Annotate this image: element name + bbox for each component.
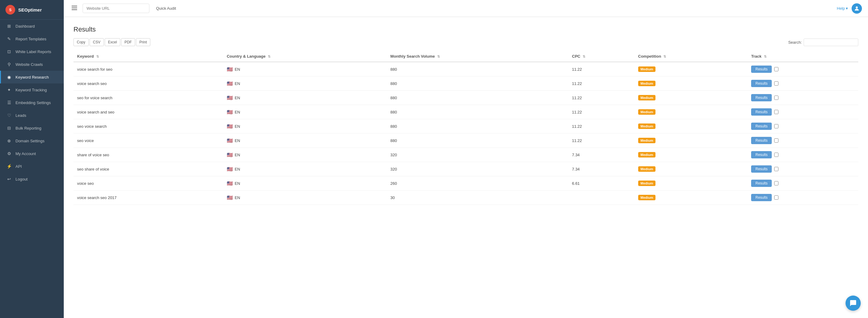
cpc-cell: 11.22	[568, 133, 634, 148]
track-checkbox[interactable]	[774, 67, 778, 71]
track-checkbox[interactable]	[774, 81, 778, 86]
leads-icon: ♡	[6, 113, 12, 118]
logout-icon: ↩	[6, 177, 12, 182]
col-header-keyword[interactable]: Keyword ⇅	[73, 51, 223, 62]
white-label-reports-icon: ⊡	[6, 49, 12, 54]
competition-badge: Medium	[638, 124, 656, 129]
keyword-research-icon: ◉	[6, 75, 12, 80]
export-copy-button[interactable]: Copy	[73, 38, 89, 46]
sidebar-item-keyword-research[interactable]: ◉ Keyword Research	[0, 71, 64, 84]
results-button[interactable]: Results	[751, 94, 772, 101]
competition-badge: Medium	[638, 195, 656, 200]
results-button[interactable]: Results	[751, 80, 772, 87]
results-button[interactable]: Results	[751, 165, 772, 173]
track-checkbox[interactable]	[774, 153, 778, 157]
user-avatar[interactable]	[851, 3, 862, 14]
results-button[interactable]: Results	[751, 66, 772, 73]
sidebar-item-my-account[interactable]: ⚙ My Account	[0, 147, 64, 160]
col-header-track[interactable]: Track ⇅	[747, 51, 858, 62]
sidebar-item-dashboard[interactable]: ⊞ Dashboard	[0, 20, 64, 32]
language-code: EN	[235, 110, 240, 115]
sidebar-item-domain-settings[interactable]: ⊕ Domain Settings	[0, 134, 64, 147]
country-cell: 🇺🇸 EN	[223, 148, 387, 162]
svg-rect-3	[72, 8, 77, 8]
track-checkbox[interactable]	[774, 110, 778, 114]
col-header-competition[interactable]: Competition ⇅	[634, 51, 747, 62]
track-checkbox[interactable]	[774, 124, 778, 128]
export-print-button[interactable]: Print	[136, 38, 150, 46]
results-button[interactable]: Results	[751, 194, 772, 201]
sort-icon-keyword: ⇅	[96, 55, 99, 58]
search-input[interactable]	[804, 38, 858, 46]
track-checkbox[interactable]	[774, 96, 778, 100]
keyword-cell: voice search seo 2017	[73, 191, 223, 205]
dashboard-icon: ⊞	[6, 24, 12, 29]
country-cell: 🇺🇸 EN	[223, 176, 387, 191]
volume-cell: 880	[387, 105, 568, 119]
col-header-monthly-search-volume[interactable]: Monthly Search Volume ⇅	[387, 51, 568, 62]
table-row: voice seo 🇺🇸 EN 260 6.61 Medium Results	[73, 176, 858, 191]
track-checkbox[interactable]	[774, 195, 778, 200]
sidebar-item-white-label-reports[interactable]: ⊡ White Label Reports	[0, 45, 64, 58]
col-header-cpc[interactable]: CPC ⇅	[568, 51, 634, 62]
results-button[interactable]: Results	[751, 137, 772, 144]
url-input[interactable]	[83, 4, 149, 13]
track-checkbox[interactable]	[774, 138, 778, 142]
competition-badge: Medium	[638, 166, 656, 172]
competition-badge: Medium	[638, 95, 656, 100]
export-pdf-button[interactable]: PDF	[121, 38, 135, 46]
help-button[interactable]: Help ▾	[837, 6, 848, 11]
language-code: EN	[235, 81, 240, 86]
sidebar-item-embedding-settings[interactable]: ☰ Embedding Settings	[0, 96, 64, 109]
flag-icon: 🇺🇸	[227, 109, 233, 115]
volume-cell: 320	[387, 148, 568, 162]
col-header-country-language[interactable]: Country & Language ⇅	[223, 51, 387, 62]
chat-button[interactable]	[845, 295, 861, 311]
country-cell: 🇺🇸 EN	[223, 133, 387, 148]
table-row: seo share of voice 🇺🇸 EN 320 7.34 Medium…	[73, 162, 858, 176]
export-csv-button[interactable]: CSV	[90, 38, 104, 46]
main-area: Quick Audit Help ▾ Results CopyCSVExcelP…	[64, 0, 868, 318]
track-cell: Results	[747, 162, 858, 176]
results-button[interactable]: Results	[751, 151, 772, 158]
sidebar-label-domain-settings: Domain Settings	[16, 139, 44, 143]
sidebar-label-website-crawls: Website Crawls	[16, 62, 43, 67]
flag-icon: 🇺🇸	[227, 95, 233, 101]
sidebar-item-keyword-tracking[interactable]: ✦ Keyword Tracking	[0, 84, 64, 96]
track-cell: Results	[747, 76, 858, 91]
results-button[interactable]: Results	[751, 180, 772, 187]
flag-icon: 🇺🇸	[227, 195, 233, 200]
topbar: Quick Audit Help ▾	[64, 0, 868, 17]
sidebar-item-bulk-reporting[interactable]: ⊟ Bulk Reporting	[0, 122, 64, 134]
search-label: Search:	[788, 40, 802, 44]
flag-icon: 🇺🇸	[227, 124, 233, 129]
sidebar-item-leads[interactable]: ♡ Leads	[0, 109, 64, 122]
sidebar-item-website-crawls[interactable]: ⚲ Website Crawls	[0, 58, 64, 71]
sidebar-item-logout[interactable]: ↩ Logout	[0, 173, 64, 185]
table-row: seo for voice search 🇺🇸 EN 880 11.22 Med…	[73, 91, 858, 105]
competition-badge: Medium	[638, 81, 656, 86]
country-cell: 🇺🇸 EN	[223, 119, 387, 133]
results-button[interactable]: Results	[751, 108, 772, 116]
flag-icon: 🇺🇸	[227, 152, 233, 158]
content-area: Results CopyCSVExcelPDFPrint Search: Key…	[64, 17, 868, 318]
sidebar-label-keyword-research: Keyword Research	[16, 75, 49, 80]
export-buttons: CopyCSVExcelPDFPrint	[73, 38, 151, 46]
competition-badge: Medium	[638, 181, 656, 186]
results-button[interactable]: Results	[751, 123, 772, 130]
volume-cell: 320	[387, 162, 568, 176]
sort-icon-monthly-search-volume: ⇅	[437, 55, 440, 58]
sidebar-item-report-templates[interactable]: ✎ Report Templates	[0, 32, 64, 45]
track-cell: Results	[747, 91, 858, 105]
help-arrow-icon: ▾	[846, 6, 848, 11]
track-checkbox[interactable]	[774, 181, 778, 185]
volume-cell: 880	[387, 91, 568, 105]
track-checkbox[interactable]	[774, 167, 778, 171]
export-excel-button[interactable]: Excel	[105, 38, 120, 46]
hamburger-button[interactable]	[70, 4, 79, 13]
sidebar-label-report-templates: Report Templates	[16, 37, 46, 41]
quick-audit-button[interactable]: Quick Audit	[153, 4, 179, 13]
competition-badge: Medium	[638, 152, 656, 157]
table-row: voice search for seo 🇺🇸 EN 880 11.22 Med…	[73, 62, 858, 76]
sidebar-item-api[interactable]: ⚡ API	[0, 160, 64, 173]
